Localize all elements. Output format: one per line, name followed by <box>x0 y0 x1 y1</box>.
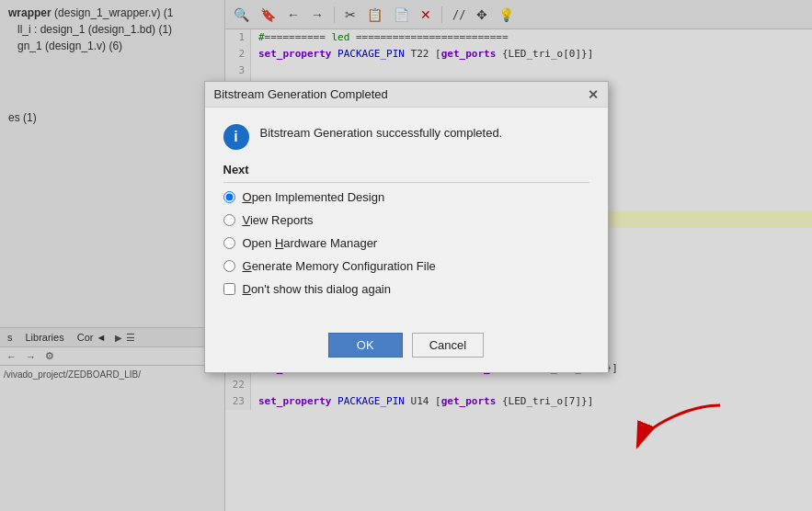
dialog-footer: OK Cancel <box>205 324 608 372</box>
radio-option-1[interactable]: Open Implemented Design <box>223 190 589 204</box>
info-icon: i <box>223 124 249 150</box>
dialog-body: i Bitstream Generation successfully comp… <box>205 108 608 324</box>
radio-option-2[interactable]: View Reports <box>223 213 589 227</box>
radio-view-reports[interactable] <box>223 214 235 226</box>
dialog-close-btn[interactable]: ✕ <box>588 88 599 101</box>
radio-label-1[interactable]: Open Implemented Design <box>243 190 385 204</box>
radio-open-implemented[interactable] <box>223 191 235 203</box>
dialog-bitstream: Bitstream Generation Completed ✕ i Bitst… <box>204 81 609 373</box>
dialog-message: Bitstream Generation successfully comple… <box>260 122 503 140</box>
dialog-section-next: Next <box>223 163 589 183</box>
radio-label-3[interactable]: Open Hardware Manager <box>243 236 378 250</box>
radio-label-4[interactable]: Generate Memory Configuration File <box>243 259 436 273</box>
dialog-titlebar: Bitstream Generation Completed ✕ <box>205 82 608 108</box>
dont-show-checkbox[interactable] <box>223 283 235 295</box>
dont-show-row: Don't show this dialog again <box>223 282 589 296</box>
radio-open-hardware[interactable] <box>223 237 235 249</box>
radio-option-4[interactable]: Generate Memory Configuration File <box>223 259 589 273</box>
dialog-title: Bitstream Generation Completed <box>214 87 388 101</box>
radio-label-2[interactable]: View Reports <box>243 213 314 227</box>
dialog-info-row: i Bitstream Generation successfully comp… <box>223 122 589 150</box>
radio-option-3[interactable]: Open Hardware Manager <box>223 236 589 250</box>
cancel-button[interactable]: Cancel <box>412 333 484 358</box>
dialog-overlay: Bitstream Generation Completed ✕ i Bitst… <box>0 0 812 511</box>
ok-button[interactable]: OK <box>328 333 403 358</box>
dont-show-label[interactable]: Don't show this dialog again <box>243 282 391 296</box>
app-container: wrapper (design_1_wrapper.v) (1 ll_i : d… <box>0 0 812 511</box>
radio-generate-memory[interactable] <box>223 260 235 272</box>
